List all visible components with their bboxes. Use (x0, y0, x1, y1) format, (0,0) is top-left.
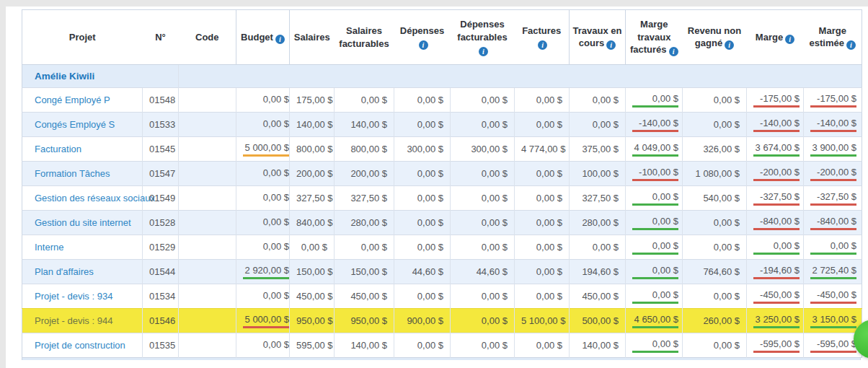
cell-value: 100,00 $ (582, 168, 619, 179)
cell-value: 900,00 $ (407, 315, 443, 326)
cell-value: 5 000,00 $ (243, 314, 289, 328)
cell-salaires: 327,50 $ (290, 186, 335, 211)
cell-salaires: 200,00 $ (290, 162, 335, 186)
cell-value: 3 150,00 $ (810, 314, 856, 328)
cell-value: 194,60 $ (582, 266, 619, 277)
cell-depenses_facturables: 0,00 $ (451, 211, 515, 235)
cell-value: 327,50 $ (350, 193, 387, 203)
cell-depenses: 0,00 $ (394, 235, 451, 260)
cell-revenu_non_gagne: 1 080,00 $ (683, 162, 747, 186)
project-link[interactable]: Facturation (35, 144, 81, 154)
cell-value: 0,00 $ (536, 168, 562, 179)
info-icon[interactable]: i (785, 35, 794, 44)
cell-travaux_en_cours: 0,00 $ (570, 88, 626, 113)
info-icon[interactable]: i (725, 40, 734, 50)
cell-value: 800,00 $ (296, 144, 333, 154)
cell-salaires: 175,00 $ (290, 88, 335, 113)
project-link[interactable]: Interne (35, 242, 63, 253)
cell-marge_estimee: 3 150,00 $ (804, 309, 862, 333)
column-header-label: Dépenses facturables (457, 19, 507, 43)
table-row: Projet - devis : 934015340,00 $450,00 $4… (22, 284, 862, 309)
cell-value: 0,00 $ (417, 291, 443, 302)
cell-salaires: 800,00 $ (290, 137, 335, 162)
cell-salaires_facturables: 450,00 $ (335, 284, 394, 309)
cell-value: 300,00 $ (471, 144, 508, 154)
project-link[interactable]: Congé Employé P (35, 95, 110, 105)
project-link[interactable]: Projet - devis : 934 (35, 291, 112, 302)
cell-value: 0,00 $ (482, 242, 508, 253)
project-link[interactable]: Plan d'affaires (35, 266, 94, 277)
cell-value: 0,00 $ (243, 192, 289, 204)
cell-value: 0,00 $ (482, 168, 508, 179)
header-row: ProjetN°CodeBudgetiSalairesSalaires fact… (22, 10, 862, 65)
column-header-budget: Budgeti (236, 10, 290, 65)
cell-value: -327,50 $ (810, 191, 856, 206)
cell-value: 326,00 $ (703, 144, 740, 154)
column-header-label: Marge travaux facturés (630, 19, 670, 55)
cell-value: 0,00 $ (632, 93, 678, 108)
cell-value: 0,00 $ (361, 242, 387, 253)
cell-value: 0,00 $ (482, 340, 508, 351)
cell-depenses_facturables: 44,60 $ (451, 260, 515, 284)
cell-value: 0,00 $ (482, 119, 508, 130)
info-icon[interactable]: i (479, 47, 488, 56)
cell-marge_estimee: -140,00 $ (804, 113, 862, 137)
cell-marge_estimee: -200,00 $ (804, 162, 862, 186)
project-number: 01535 (143, 333, 179, 358)
cell-marge_travaux_factures: 0,00 $ (626, 186, 683, 211)
info-icon[interactable]: i (846, 40, 856, 50)
cell-marge: -327,50 $ (747, 186, 804, 211)
cell-value: 764,60 $ (703, 266, 740, 277)
cell-value: -840,00 $ (753, 216, 800, 230)
project-link[interactable]: Gestion du site internet (35, 217, 131, 228)
project-link[interactable]: Gestion des réseaux sociaux (35, 193, 155, 203)
cell-travaux_en_cours: 327,50 $ (570, 186, 626, 211)
cell-marge: 0,00 $ (747, 235, 804, 260)
cell-value: -175,00 $ (753, 93, 800, 108)
column-header-label: Marge estimée (810, 25, 846, 49)
cell-factures: 0,00 $ (515, 186, 570, 211)
table-row: Formation Tâches015470,00 $200,00 $200,0… (22, 162, 862, 186)
cell-value: 140,00 $ (296, 119, 333, 130)
column-header-label: Code (195, 32, 219, 43)
project-link[interactable]: Formation Tâches (35, 168, 110, 179)
cell-value: 800,00 $ (350, 144, 387, 154)
info-icon[interactable]: i (669, 47, 678, 56)
cell-value: 0,00 $ (753, 240, 800, 255)
cell-travaux_en_cours: 194,60 $ (570, 260, 626, 284)
info-icon[interactable]: i (538, 40, 547, 50)
cell-marge: 3 674,00 $ (747, 137, 804, 162)
cell-depenses: 900,00 $ (394, 309, 451, 333)
cell-value: 450,00 $ (582, 291, 619, 302)
cell-marge: -840,00 $ (747, 211, 804, 235)
cell-travaux_en_cours: 100,00 $ (570, 162, 626, 186)
cell-value: 260,00 $ (703, 315, 740, 326)
cell-value: 0,00 $ (810, 240, 856, 255)
cell-value: 0,00 $ (632, 338, 678, 353)
project-code (179, 186, 236, 211)
project-number: 01534 (143, 284, 179, 309)
cell-marge: -194,60 $ (747, 260, 804, 284)
cell-factures: 0,00 $ (515, 162, 570, 186)
column-header-name: Projet (22, 10, 143, 65)
table-row: Interne015290,00 $0,00 $0,00 $0,00 $0,00… (22, 235, 862, 260)
info-icon[interactable]: i (606, 40, 616, 50)
cell-value: 44,60 $ (477, 266, 508, 277)
cell-value: 0,00 $ (482, 291, 508, 302)
cell-depenses: 0,00 $ (394, 186, 451, 211)
cell-marge_estimee: -327,50 $ (804, 186, 862, 211)
cell-value: 0,00 $ (593, 119, 619, 130)
project-link[interactable]: Projet de construction (35, 340, 125, 351)
cell-value: 0,00 $ (243, 241, 289, 253)
info-icon[interactable]: i (275, 35, 285, 44)
project-link[interactable]: Projet - devis : 944 (35, 315, 112, 326)
project-link[interactable]: Congés Employé S (35, 119, 115, 130)
column-header-label: Projet (69, 32, 96, 43)
cell-salaires_facturables: 950,00 $ (335, 309, 394, 333)
cell-value: 450,00 $ (350, 291, 387, 302)
column-header-code: Code (179, 10, 236, 65)
table-header: ProjetN°CodeBudgetiSalairesSalaires fact… (22, 10, 862, 65)
cell-marge_travaux_factures: 0,00 $ (626, 211, 683, 235)
info-icon[interactable]: i (419, 40, 428, 50)
project-number: 01545 (143, 137, 179, 162)
